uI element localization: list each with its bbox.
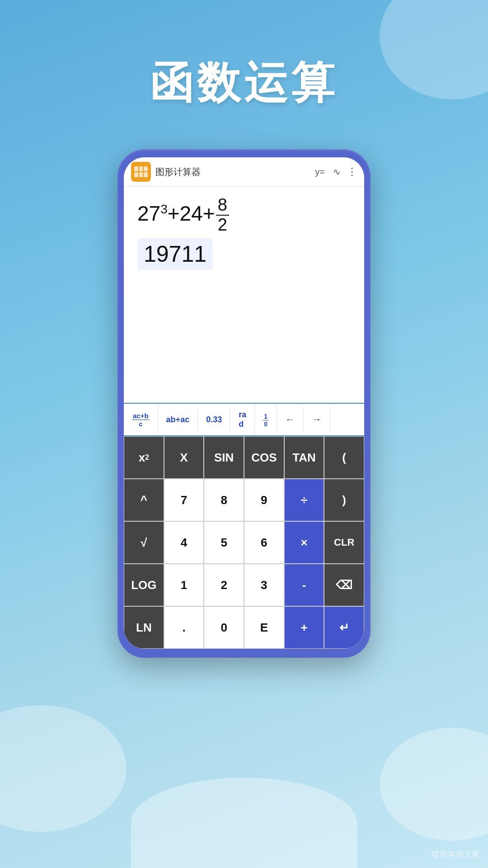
key-divide[interactable]: ÷ (284, 479, 324, 521)
key-row-1: x2 X SIN COS TAN ( (124, 436, 364, 479)
key-log[interactable]: LOG (124, 564, 164, 606)
key-multiply[interactable]: × (284, 521, 324, 564)
bg-cloud-bottom-left (0, 705, 127, 832)
page-title: 函数运算 (0, 54, 488, 113)
key-6[interactable]: 6 (244, 521, 284, 564)
key-ln[interactable]: LN (124, 606, 164, 649)
watermark: 墙市丰游之家 (431, 849, 480, 860)
key-5[interactable]: 5 (204, 521, 244, 564)
wave-icon[interactable]: ∿ (333, 166, 341, 177)
fraction-onezero-btn[interactable]: 10 (255, 405, 277, 434)
key-row-3: √ 4 5 6 × CLR (124, 521, 364, 564)
key-0[interactable]: 0 (204, 606, 244, 649)
phone-frame: 图形计算器 y= ∿ ⋮ 273+24+82 19711 ac+b c ab+a… (117, 149, 371, 658)
app-icon (131, 162, 151, 182)
result-display: 19711 (137, 238, 213, 270)
key-dot[interactable]: . (164, 606, 204, 649)
key-row-5: LN . 0 E + ↵ (124, 606, 364, 649)
expand-btn[interactable]: ab+ac (158, 409, 198, 431)
bg-cloud-bottom-right (380, 728, 488, 841)
formula-bar: ac+b c ab+ac 0.33 rad 10 ← → (124, 404, 364, 436)
left-arrow-btn[interactable]: ← (277, 407, 304, 432)
display-area: 273+24+82 19711 (124, 187, 364, 404)
app-title: 图形计算器 (155, 166, 307, 178)
key-2[interactable]: 2 (204, 564, 244, 606)
key-sin[interactable]: SIN (204, 436, 244, 479)
key-power[interactable]: ^ (124, 479, 164, 521)
key-e[interactable]: E (244, 606, 284, 649)
key-plus[interactable]: + (284, 606, 324, 649)
key-row-4: LOG 1 2 3 - ⌫ (124, 564, 364, 606)
key-tan[interactable]: TAN (284, 436, 324, 479)
fraction-template-btn[interactable]: ac+b c (124, 406, 158, 434)
key-clr[interactable]: CLR (324, 521, 364, 564)
key-4[interactable]: 4 (164, 521, 204, 564)
decimal-btn[interactable]: 0.33 (198, 409, 230, 431)
rad-btn[interactable]: rad (230, 404, 255, 435)
key-row-2: ^ 7 8 9 ÷ ) (124, 479, 364, 521)
key-9[interactable]: 9 (244, 479, 284, 521)
key-enter[interactable]: ↵ (324, 606, 364, 649)
key-x[interactable]: X (164, 436, 204, 479)
phone-mockup: 图形计算器 y= ∿ ⋮ 273+24+82 19711 ac+b c ab+a… (117, 149, 371, 658)
app-header: 图形计算器 y= ∿ ⋮ (124, 157, 364, 187)
key-8[interactable]: 8 (204, 479, 244, 521)
key-cos[interactable]: COS (244, 436, 284, 479)
key-right-paren[interactable]: ) (324, 479, 364, 521)
expression-display: 273+24+82 (137, 196, 351, 235)
key-xsquared[interactable]: x2 (124, 436, 164, 479)
keyboard: x2 X SIN COS TAN ( ^ 7 8 9 ÷ ) (124, 436, 364, 649)
bg-cloud-bottom-mid (131, 778, 357, 868)
right-arrow-btn[interactable]: → (304, 407, 330, 432)
key-left-paren[interactable]: ( (324, 436, 364, 479)
function-graph-icon[interactable]: y= (315, 167, 325, 177)
key-sqrt[interactable]: √ (124, 521, 164, 564)
key-3[interactable]: 3 (244, 564, 284, 606)
key-7[interactable]: 7 (164, 479, 204, 521)
key-backspace[interactable]: ⌫ (324, 564, 364, 606)
key-minus[interactable]: - (284, 564, 324, 606)
key-1[interactable]: 1 (164, 564, 204, 606)
more-options-icon[interactable]: ⋮ (347, 166, 357, 178)
phone-inner: 图形计算器 y= ∿ ⋮ 273+24+82 19711 ac+b c ab+a… (124, 157, 364, 649)
